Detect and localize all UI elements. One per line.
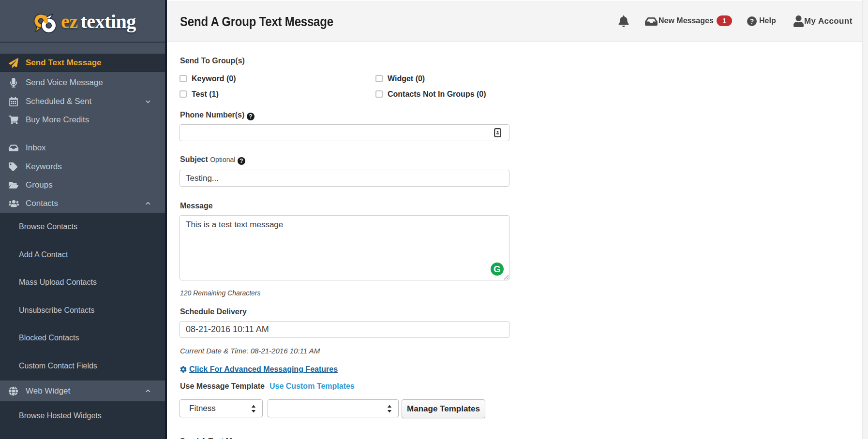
svg-text:?: ? — [750, 17, 754, 25]
